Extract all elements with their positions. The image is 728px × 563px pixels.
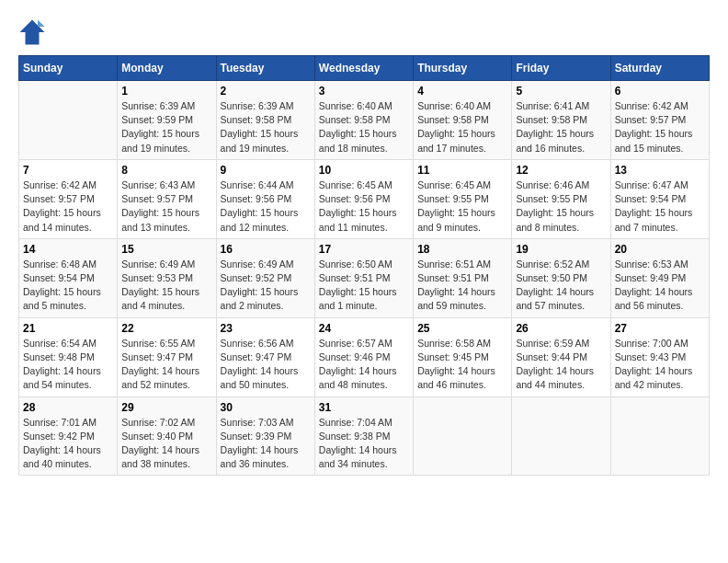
calendar-cell <box>414 396 512 476</box>
day-number: 13 <box>615 164 705 177</box>
day-number: 7 <box>23 164 113 177</box>
calendar-week-2: 7Sunrise: 6:42 AM Sunset: 9:57 PM Daylig… <box>19 159 710 238</box>
calendar-cell: 4Sunrise: 6:40 AM Sunset: 9:58 PM Daylig… <box>414 81 512 160</box>
calendar-cell: 5Sunrise: 6:41 AM Sunset: 9:58 PM Daylig… <box>512 81 610 160</box>
calendar-cell: 26Sunrise: 6:59 AM Sunset: 9:44 PM Dayli… <box>512 317 610 396</box>
day-number: 29 <box>121 401 211 414</box>
day-detail: Sunrise: 6:48 AM Sunset: 9:54 PM Dayligh… <box>23 258 113 314</box>
calendar-cell: 25Sunrise: 6:58 AM Sunset: 9:45 PM Dayli… <box>414 317 512 396</box>
day-detail: Sunrise: 6:55 AM Sunset: 9:47 PM Dayligh… <box>121 337 211 393</box>
calendar-cell <box>19 81 118 160</box>
calendar-week-5: 28Sunrise: 7:01 AM Sunset: 9:42 PM Dayli… <box>19 396 710 476</box>
calendar-cell: 14Sunrise: 6:48 AM Sunset: 9:54 PM Dayli… <box>19 238 118 317</box>
calendar-cell <box>512 396 610 476</box>
day-detail: Sunrise: 6:54 AM Sunset: 9:48 PM Dayligh… <box>23 337 113 393</box>
day-number: 17 <box>319 243 409 256</box>
day-number: 8 <box>121 164 211 177</box>
calendar-week-3: 14Sunrise: 6:48 AM Sunset: 9:54 PM Dayli… <box>19 238 710 317</box>
calendar-cell: 20Sunrise: 6:53 AM Sunset: 9:49 PM Dayli… <box>610 238 709 317</box>
header-cell-thursday: Thursday <box>414 56 512 81</box>
header-cell-friday: Friday <box>512 56 610 81</box>
calendar-cell: 6Sunrise: 6:42 AM Sunset: 9:57 PM Daylig… <box>610 81 709 160</box>
day-detail: Sunrise: 6:57 AM Sunset: 9:46 PM Dayligh… <box>319 337 409 393</box>
day-detail: Sunrise: 6:58 AM Sunset: 9:45 PM Dayligh… <box>417 337 507 393</box>
day-detail: Sunrise: 6:47 AM Sunset: 9:54 PM Dayligh… <box>615 178 705 235</box>
calendar-cell: 30Sunrise: 7:03 AM Sunset: 9:39 PM Dayli… <box>216 396 314 476</box>
day-detail: Sunrise: 6:52 AM Sunset: 9:50 PM Dayligh… <box>516 258 606 314</box>
day-detail: Sunrise: 6:51 AM Sunset: 9:51 PM Dayligh… <box>417 258 507 314</box>
day-number: 22 <box>121 322 211 335</box>
day-number: 31 <box>319 401 409 414</box>
day-number: 3 <box>319 85 409 98</box>
calendar-cell: 17Sunrise: 6:50 AM Sunset: 9:51 PM Dayli… <box>314 238 413 317</box>
header-cell-wednesday: Wednesday <box>314 56 413 81</box>
day-number: 30 <box>221 401 311 414</box>
calendar-cell: 7Sunrise: 6:42 AM Sunset: 9:57 PM Daylig… <box>19 159 118 238</box>
calendar-cell <box>610 396 709 476</box>
day-number: 2 <box>221 85 311 98</box>
calendar-table: SundayMondayTuesdayWednesdayThursdayFrid… <box>18 55 710 476</box>
calendar-cell: 2Sunrise: 6:39 AM Sunset: 9:58 PM Daylig… <box>216 81 314 160</box>
day-detail: Sunrise: 6:46 AM Sunset: 9:55 PM Dayligh… <box>516 178 606 235</box>
day-number: 26 <box>516 322 606 335</box>
calendar-week-1: 1Sunrise: 6:39 AM Sunset: 9:59 PM Daylig… <box>19 81 710 160</box>
calendar-cell: 21Sunrise: 6:54 AM Sunset: 9:48 PM Dayli… <box>19 317 118 396</box>
day-number: 5 <box>516 85 606 98</box>
day-number: 1 <box>121 85 211 98</box>
day-number: 19 <box>516 243 606 256</box>
day-number: 11 <box>417 164 507 177</box>
day-detail: Sunrise: 6:56 AM Sunset: 9:47 PM Dayligh… <box>221 337 311 393</box>
day-detail: Sunrise: 6:42 AM Sunset: 9:57 PM Dayligh… <box>615 99 705 155</box>
calendar-cell: 3Sunrise: 6:40 AM Sunset: 9:58 PM Daylig… <box>314 81 413 160</box>
day-detail: Sunrise: 6:45 AM Sunset: 9:55 PM Dayligh… <box>417 178 507 235</box>
svg-marker-1 <box>38 20 45 28</box>
page-header <box>18 18 710 46</box>
day-detail: Sunrise: 6:41 AM Sunset: 9:58 PM Dayligh… <box>516 99 606 155</box>
day-detail: Sunrise: 6:50 AM Sunset: 9:51 PM Dayligh… <box>319 258 409 314</box>
day-number: 6 <box>615 85 705 98</box>
day-detail: Sunrise: 6:40 AM Sunset: 9:58 PM Dayligh… <box>319 99 409 155</box>
day-detail: Sunrise: 7:03 AM Sunset: 9:39 PM Dayligh… <box>221 416 311 472</box>
day-detail: Sunrise: 6:44 AM Sunset: 9:56 PM Dayligh… <box>221 178 311 235</box>
day-detail: Sunrise: 6:49 AM Sunset: 9:53 PM Dayligh… <box>121 258 211 314</box>
day-number: 21 <box>23 322 113 335</box>
day-number: 23 <box>221 322 311 335</box>
day-number: 14 <box>23 243 113 256</box>
calendar-cell: 11Sunrise: 6:45 AM Sunset: 9:55 PM Dayli… <box>414 159 512 238</box>
calendar-cell: 13Sunrise: 6:47 AM Sunset: 9:54 PM Dayli… <box>610 159 709 238</box>
calendar-cell: 23Sunrise: 6:56 AM Sunset: 9:47 PM Dayli… <box>216 317 314 396</box>
day-number: 27 <box>615 322 705 335</box>
calendar-cell: 28Sunrise: 7:01 AM Sunset: 9:42 PM Dayli… <box>19 396 118 476</box>
calendar-cell: 1Sunrise: 6:39 AM Sunset: 9:59 PM Daylig… <box>118 81 216 160</box>
logo <box>18 18 50 46</box>
header-cell-tuesday: Tuesday <box>216 56 314 81</box>
calendar-cell: 12Sunrise: 6:46 AM Sunset: 9:55 PM Dayli… <box>512 159 610 238</box>
day-detail: Sunrise: 6:39 AM Sunset: 9:59 PM Dayligh… <box>121 99 211 155</box>
header-cell-monday: Monday <box>118 56 216 81</box>
calendar-cell: 10Sunrise: 6:45 AM Sunset: 9:56 PM Dayli… <box>314 159 413 238</box>
day-number: 18 <box>417 243 507 256</box>
day-number: 28 <box>23 401 113 414</box>
day-detail: Sunrise: 6:43 AM Sunset: 9:57 PM Dayligh… <box>121 178 211 235</box>
logo-icon <box>18 18 46 46</box>
header-row: SundayMondayTuesdayWednesdayThursdayFrid… <box>19 56 710 81</box>
day-number: 10 <box>319 164 409 177</box>
header-cell-saturday: Saturday <box>610 56 709 81</box>
calendar-cell: 31Sunrise: 7:04 AM Sunset: 9:38 PM Dayli… <box>314 396 413 476</box>
day-number: 12 <box>516 164 606 177</box>
calendar-body: 1Sunrise: 6:39 AM Sunset: 9:59 PM Daylig… <box>19 81 710 476</box>
day-number: 24 <box>319 322 409 335</box>
day-detail: Sunrise: 6:42 AM Sunset: 9:57 PM Dayligh… <box>23 178 113 235</box>
day-number: 16 <box>221 243 311 256</box>
day-detail: Sunrise: 6:59 AM Sunset: 9:44 PM Dayligh… <box>516 337 606 393</box>
day-detail: Sunrise: 6:40 AM Sunset: 9:58 PM Dayligh… <box>417 99 507 155</box>
calendar-header: SundayMondayTuesdayWednesdayThursdayFrid… <box>19 56 710 81</box>
calendar-cell: 29Sunrise: 7:02 AM Sunset: 9:40 PM Dayli… <box>118 396 216 476</box>
day-detail: Sunrise: 6:49 AM Sunset: 9:52 PM Dayligh… <box>221 258 311 314</box>
calendar-cell: 24Sunrise: 6:57 AM Sunset: 9:46 PM Dayli… <box>314 317 413 396</box>
header-cell-sunday: Sunday <box>19 56 118 81</box>
day-detail: Sunrise: 7:02 AM Sunset: 9:40 PM Dayligh… <box>121 416 211 472</box>
day-number: 25 <box>417 322 507 335</box>
calendar-cell: 19Sunrise: 6:52 AM Sunset: 9:50 PM Dayli… <box>512 238 610 317</box>
day-detail: Sunrise: 7:01 AM Sunset: 9:42 PM Dayligh… <box>23 416 113 472</box>
